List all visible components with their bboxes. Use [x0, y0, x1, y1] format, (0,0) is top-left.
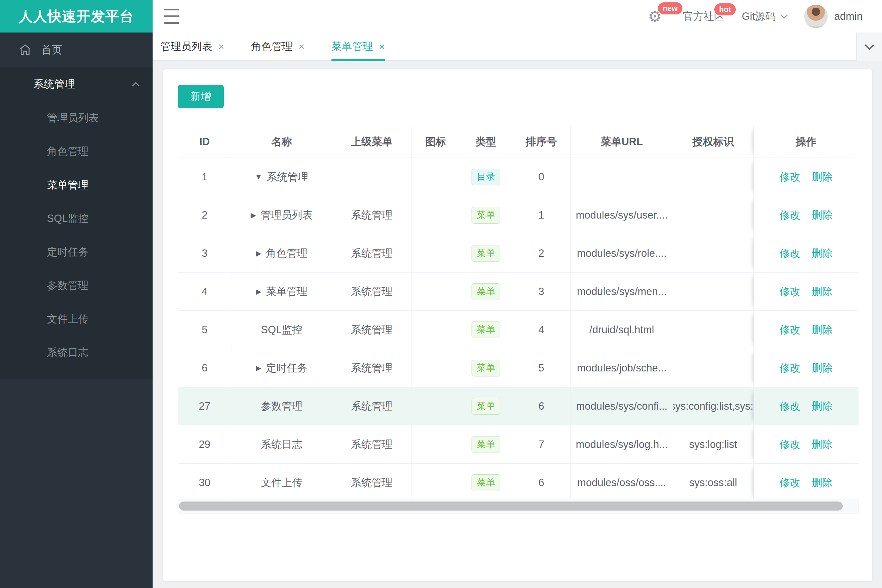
edit-link[interactable]: 修改: [780, 361, 801, 375]
edit-link[interactable]: 修改: [780, 170, 801, 184]
tree-collapse-icon[interactable]: ▼: [255, 173, 262, 181]
cell-icon: [412, 273, 460, 310]
table-row: 30文件上传系统管理菜单6modules/oss/oss....sys:oss:…: [178, 464, 858, 502]
delete-link[interactable]: 删除: [812, 476, 833, 490]
settings-gear[interactable]: ⚙ new: [648, 6, 666, 27]
cell-parent-menu: 系统管理: [332, 273, 412, 310]
delete-link[interactable]: 删除: [812, 361, 833, 375]
tree-expand-icon[interactable]: ▶: [256, 249, 261, 258]
sidebar-group-system-header[interactable]: 系统管理: [0, 67, 153, 101]
tab-item[interactable]: 角色管理×: [251, 33, 305, 61]
community-link[interactable]: 官方社区 hot: [683, 9, 724, 24]
cell-order: 0: [512, 158, 571, 196]
type-badge: 菜单: [472, 398, 500, 415]
table-row: 1▼系统管理目录0修改删除: [178, 158, 858, 196]
sidebar-item-link[interactable]: 文件上传: [0, 302, 153, 336]
delete-link[interactable]: 删除: [812, 285, 833, 299]
cell-url: modules/sys/role....: [571, 234, 673, 272]
table-row: 29系统日志系统管理菜单7modules/sys/log.h...sys:log…: [178, 425, 858, 464]
column-header: 类型: [460, 126, 512, 158]
hamburger-menu-icon[interactable]: [164, 9, 179, 24]
delete-link[interactable]: 删除: [812, 399, 833, 413]
sidebar-item-link[interactable]: 管理员列表: [0, 101, 153, 135]
sidebar-item-link[interactable]: 参数管理: [0, 269, 153, 302]
table-row: 5SQL监控系统管理菜单4/druid/sql.html修改删除: [178, 311, 858, 349]
tab-active[interactable]: 菜单管理×: [331, 33, 385, 61]
tab-close-icon[interactable]: ×: [218, 42, 224, 52]
cell-type: 菜单: [460, 464, 512, 501]
cell-icon: [412, 349, 460, 387]
cell-type: 菜单: [460, 387, 512, 425]
actions-group: 修改删除: [780, 399, 833, 413]
cell-type: 菜单: [460, 273, 512, 310]
sidebar-item-active[interactable]: 菜单管理: [0, 168, 153, 202]
tree-expand-icon[interactable]: ▶: [251, 211, 256, 219]
top-header: 人人快速开发平台 ⚙ new 官方社区 hot Git源码 admin: [0, 0, 882, 33]
column-header: 排序号: [512, 126, 571, 158]
cell-perm: [673, 196, 754, 234]
sidebar-group-system: 系统管理 管理员列表角色管理菜单管理SQL监控定时任务参数管理文件上传系统日志: [0, 67, 153, 379]
cell-url: /druid/sql.html: [571, 311, 673, 349]
cell-name: ▼系统管理: [231, 158, 332, 196]
cell-icon: [412, 464, 460, 501]
delete-link[interactable]: 删除: [812, 323, 833, 337]
edit-link[interactable]: 修改: [780, 285, 801, 299]
sidebar-group-label: 系统管理: [33, 77, 133, 91]
tab-bar: 管理员列表×角色管理×菜单管理×: [153, 33, 882, 61]
delete-link[interactable]: 删除: [812, 438, 833, 452]
edit-link[interactable]: 修改: [780, 399, 801, 413]
edit-link[interactable]: 修改: [780, 438, 801, 452]
avatar: [804, 5, 828, 28]
edit-link[interactable]: 修改: [780, 476, 801, 490]
menu-name-label: 文件上传: [261, 476, 302, 490]
add-button[interactable]: 新增: [178, 85, 224, 108]
cell-name: ▶管理员列表: [231, 196, 332, 234]
sidebar-item-link[interactable]: 角色管理: [0, 135, 153, 168]
type-badge: 菜单: [472, 245, 500, 262]
tree-expand-icon[interactable]: ▶: [256, 288, 261, 296]
delete-link[interactable]: 删除: [812, 246, 833, 261]
username-label: admin: [834, 10, 862, 22]
cell-id: 1: [178, 158, 231, 196]
sidebar-item-home[interactable]: 首页: [0, 33, 153, 67]
cell-icon: [412, 311, 460, 349]
cell-url: modules/sys/log.h...: [571, 425, 673, 463]
horizontal-scrollbar-thumb[interactable]: [179, 501, 843, 510]
cell-actions: 修改删除: [754, 196, 858, 234]
git-source-label: Git源码: [742, 9, 776, 24]
sidebar-home-label: 首页: [41, 43, 62, 57]
tab-overflow-button[interactable]: [856, 33, 882, 61]
tab-item[interactable]: 管理员列表×: [160, 33, 224, 61]
cell-actions: 修改删除: [754, 387, 858, 425]
tab-close-icon[interactable]: ×: [299, 42, 305, 52]
cell-url: modules/oss/oss....: [571, 464, 673, 501]
edit-link[interactable]: 修改: [780, 246, 801, 261]
cell-id: 5: [178, 311, 231, 349]
column-header: 上级菜单: [332, 126, 412, 158]
cell-order: 6: [512, 387, 571, 425]
type-badge: 目录: [472, 169, 500, 185]
cell-parent-menu: 系统管理: [332, 234, 412, 272]
cell-order: 4: [512, 311, 571, 349]
user-menu[interactable]: admin: [804, 5, 862, 28]
edit-link[interactable]: 修改: [780, 323, 801, 337]
cell-icon: [412, 196, 460, 234]
tree-expand-icon[interactable]: ▶: [256, 364, 261, 372]
edit-link[interactable]: 修改: [780, 208, 801, 222]
delete-link[interactable]: 删除: [812, 208, 833, 222]
git-source-dropdown[interactable]: Git源码: [742, 9, 787, 24]
cell-parent-menu: 系统管理: [332, 464, 412, 501]
table-row: 6▶定时任务系统管理菜单5modules/job/sche...修改删除: [178, 349, 858, 387]
menu-name-label: 参数管理: [261, 399, 302, 413]
app-logo: 人人快速开发平台: [0, 0, 153, 33]
cell-name: SQL监控: [231, 311, 332, 349]
sidebar-item-link[interactable]: 系统日志: [0, 336, 153, 369]
column-header: 名称: [231, 126, 332, 158]
cell-icon: [412, 387, 460, 425]
new-badge: new: [657, 2, 683, 15]
cell-actions: 修改删除: [754, 425, 858, 463]
delete-link[interactable]: 删除: [812, 170, 833, 184]
sidebar-item-link[interactable]: 定时任务: [0, 236, 153, 269]
sidebar-item-link[interactable]: SQL监控: [0, 202, 153, 236]
tab-close-icon[interactable]: ×: [379, 42, 385, 52]
